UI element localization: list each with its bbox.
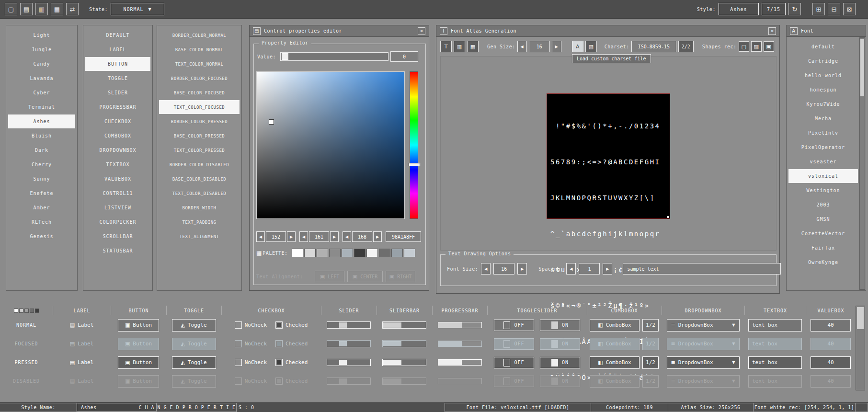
sample-checkbox-off[interactable]: NoCheck	[235, 321, 267, 329]
sample-toggle[interactable]: ◭Toggle	[172, 319, 216, 332]
spacing-increase-button[interactable]: ▶	[603, 263, 612, 275]
align-right-button[interactable]: ▣RIGHT	[386, 271, 415, 282]
control-item-textbox[interactable]: TEXTBOX	[85, 158, 150, 172]
sample-textbox[interactable]: text box	[748, 338, 802, 350]
font-size-decrease-button[interactable]: ◀	[481, 263, 491, 275]
sample-combobox[interactable]: ◧ComboBox	[590, 356, 640, 369]
style-item-genesis[interactable]: Genesis	[8, 229, 75, 243]
sample-checkbox-off[interactable]: NoCheck	[235, 340, 267, 347]
prop-item-border-width[interactable]: BORDER_WIDTH	[159, 201, 240, 215]
font-item-vseaster[interactable]: vseaster	[788, 155, 858, 169]
font-item-homespun[interactable]: homespun	[788, 83, 858, 97]
control-item-progressbar[interactable]: PROGRESSBAR	[85, 100, 150, 114]
font-item-default[interactable]: default	[788, 40, 858, 54]
style-item-ashes[interactable]: Ashes	[8, 114, 75, 128]
align-left-button[interactable]: ▣LEFT	[315, 271, 344, 282]
sample-sliderbar[interactable]	[382, 359, 426, 366]
gen-size-increase-button[interactable]: ▶	[552, 41, 561, 52]
sample-checkbox-off[interactable]: NoCheck	[235, 359, 267, 366]
sample-sliderbar[interactable]	[382, 321, 426, 329]
sample-checkbox-on[interactable]: Checked	[275, 321, 308, 329]
atlas-view-button[interactable]: ▥	[454, 41, 465, 52]
font-size-increase-button[interactable]: ▶	[517, 263, 527, 275]
sample-combobox[interactable]: ◧ComboBox	[590, 338, 640, 350]
sample-slider[interactable]	[327, 340, 371, 347]
font-item-mecha[interactable]: Mecha	[788, 112, 858, 126]
style-item-bluish[interactable]: Bluish	[8, 129, 75, 143]
style-item-candy[interactable]: Candy	[8, 57, 75, 71]
slider-handle[interactable]	[339, 341, 347, 346]
sample-toggleslider-on[interactable]: ON	[540, 320, 580, 331]
style-item-rltech[interactable]: RLTech	[8, 215, 75, 229]
style-item-terminal[interactable]: Terminal	[8, 100, 75, 114]
state-dropdown[interactable]: NORMAL ▼	[111, 3, 164, 15]
style-table-button[interactable]: ⊞	[812, 3, 825, 15]
prop-item-border-color-normal[interactable]: BORDER_COLOR_NORMAL	[159, 28, 240, 42]
reload-style-button[interactable]: ↻	[788, 3, 801, 15]
slider-handle[interactable]	[339, 322, 347, 328]
scrollbar-handle[interactable]	[860, 39, 864, 96]
font-item-kyrou7wide[interactable]: Kyrou7Wide	[788, 97, 858, 111]
load-style-button[interactable]: ▤	[20, 3, 33, 15]
prop-item-border-color-focused[interactable]: BORDER_COLOR_FOCUSED	[159, 71, 240, 85]
hex-value-box[interactable]: 98A1A8FF	[386, 231, 421, 242]
control-item-button[interactable]: BUTTON	[85, 57, 150, 71]
palette-swatch-2[interactable]	[304, 249, 316, 257]
palette-swatch-5[interactable]	[342, 249, 353, 257]
font-item-hello-world[interactable]: hello-world	[788, 69, 858, 82]
style-item-amber[interactable]: Amber	[8, 201, 75, 215]
charset-file-button[interactable]: ▧	[585, 41, 597, 52]
sample-dropdownbox[interactable]: ≡DropdownBox▼	[667, 338, 740, 350]
sample-combobox-index[interactable]: 1/2	[642, 319, 659, 332]
sample-valuebox[interactable]: 40	[811, 319, 851, 332]
font-item-pixelintv[interactable]: PixelIntv	[788, 126, 858, 140]
sample-valuebox[interactable]: 40	[811, 338, 851, 350]
export-style-button[interactable]: ▦	[51, 3, 63, 15]
font-atlas-image[interactable]: !"#$%&'()*+,-./01234 56789:;<=>?@ABCDEFG…	[547, 93, 670, 219]
sample-toggleslider-on[interactable]: ON	[540, 338, 580, 350]
prop-item-base-color-normal[interactable]: BASE_COLOR_NORMAL	[159, 43, 240, 57]
gen-size-value-box[interactable]: 16	[529, 41, 550, 52]
close-atlas-button[interactable]: ×	[768, 27, 776, 35]
blue-increase-button[interactable]: ▶	[373, 231, 382, 242]
font-item-owrekynge[interactable]: OwreKynge	[788, 255, 858, 269]
prop-item-border-color-pressed[interactable]: BORDER_COLOR_PRESSED	[159, 114, 240, 128]
spacing-value-box[interactable]: 1	[579, 263, 600, 275]
shapes-fill-rec-button[interactable]: ▨	[751, 41, 762, 52]
palette-swatch-10[interactable]	[404, 249, 415, 257]
green-value-box[interactable]: 161	[309, 231, 329, 242]
control-item-default[interactable]: DEFAULT	[85, 28, 150, 42]
sample-toggleslider-off[interactable]: OFF	[494, 357, 534, 368]
prop-item-border-color-disabled[interactable]: BORDER_COLOR_DISABLED	[159, 158, 240, 172]
style-item-sunny[interactable]: Sunny	[8, 172, 75, 186]
control-item-slider[interactable]: SLIDER	[85, 86, 150, 100]
sample-button[interactable]: ▣Button	[118, 338, 159, 350]
spacing-decrease-button[interactable]: ◀	[566, 263, 576, 275]
control-item-colorpicker[interactable]: COLORPICKER	[85, 215, 150, 229]
sample-slider[interactable]	[327, 321, 371, 329]
scrollbar-handle[interactable]	[857, 307, 864, 329]
font-item-fairfax[interactable]: Fairfax	[788, 241, 858, 255]
charset-pages-button[interactable]: 2/2	[678, 41, 694, 52]
control-item-dropdownbox[interactable]: DROPDOWNBOX	[85, 143, 150, 157]
font-list-scrollbar[interactable]	[859, 37, 865, 290]
sample-button[interactable]: ▣Button	[118, 319, 159, 332]
red-decrease-button[interactable]: ◀	[256, 231, 265, 242]
control-item-listview[interactable]: LISTVIEW	[85, 201, 150, 215]
atlas-grid-button[interactable]: ▦	[467, 41, 479, 52]
style-item-jungle[interactable]: Jungle	[8, 43, 75, 57]
palette-swatch-4[interactable]	[329, 249, 341, 257]
sample-button[interactable]: ▣Button	[118, 356, 159, 369]
palette-swatch-3[interactable]	[317, 249, 328, 257]
prop-item-text-alignment[interactable]: TEXT_ALIGNMENT	[159, 229, 240, 243]
control-item-scrollbar[interactable]: SCROLLBAR	[85, 229, 150, 243]
sample-toggleslider-on[interactable]: ON	[540, 357, 580, 368]
random-style-button[interactable]: ⇄	[66, 3, 79, 15]
palette-swatch-6[interactable]	[354, 249, 365, 257]
font-text-button[interactable]: T	[440, 41, 452, 52]
font-item-gmsn[interactable]: GMSN	[788, 212, 858, 226]
table-scrollbar[interactable]	[856, 306, 865, 390]
control-item-toggle[interactable]: TOGGLE	[85, 71, 150, 85]
close-properties-button[interactable]: ×	[418, 27, 425, 35]
green-increase-button[interactable]: ▶	[330, 231, 339, 242]
